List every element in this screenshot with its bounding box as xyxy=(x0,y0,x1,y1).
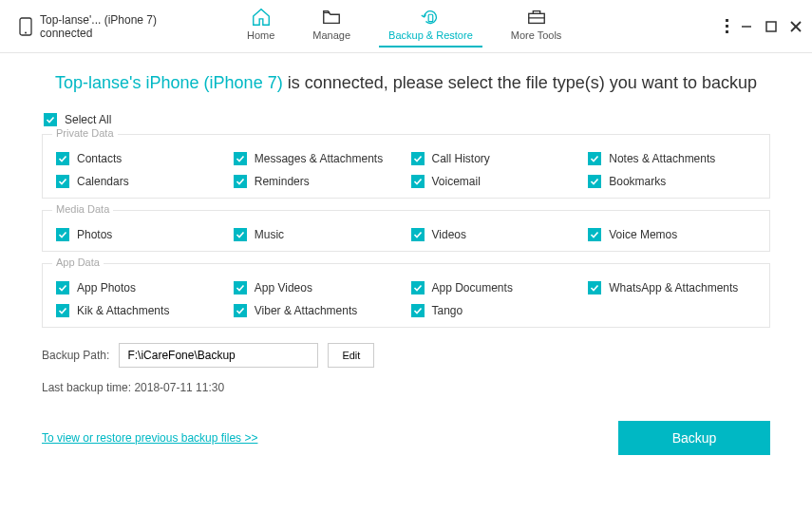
group-title: Media Data xyxy=(52,203,113,215)
tab-home[interactable]: Home xyxy=(247,7,274,47)
footer: To view or restore previous backup files… xyxy=(42,421,770,455)
item-label: Kik & Attachments xyxy=(77,304,169,317)
svg-rect-5 xyxy=(766,22,776,31)
file-type-item[interactable]: Music xyxy=(234,228,402,241)
item-label: Calendars xyxy=(77,175,129,188)
file-type-item[interactable]: Notes & Attachments xyxy=(588,152,756,165)
file-type-item[interactable]: Contacts xyxy=(56,152,224,165)
svg-point-1 xyxy=(25,31,27,33)
file-type-item[interactable]: Bookmarks xyxy=(588,175,756,188)
group-app-data: App Data App PhotosApp VideosApp Documen… xyxy=(42,263,770,328)
item-label: Bookmarks xyxy=(609,175,666,188)
file-type-item[interactable]: App Videos xyxy=(234,281,402,294)
home-icon xyxy=(250,7,273,28)
group-grid: PhotosMusicVideosVoice Memos xyxy=(56,228,756,241)
headline-text: is connected, please select the file typ… xyxy=(283,73,757,92)
select-all-label: Select All xyxy=(65,113,111,126)
tab-backup-restore[interactable]: Backup & Restore xyxy=(388,7,473,47)
checkbox-icon xyxy=(56,152,69,165)
checkbox-icon xyxy=(56,304,69,317)
nav-tabs: Home Manage Backup & Restore More Tools xyxy=(247,7,726,47)
tab-label: More Tools xyxy=(511,29,562,41)
backup-button[interactable]: Backup xyxy=(618,421,770,455)
minimize-icon[interactable] xyxy=(740,20,753,33)
file-type-item[interactable]: Call History xyxy=(411,152,579,165)
checkbox-icon xyxy=(234,304,247,317)
last-backup-time: Last backup time: 2018-07-11 11:30 xyxy=(42,381,770,394)
checkbox-icon xyxy=(234,228,247,241)
tab-manage[interactable]: Manage xyxy=(312,7,350,47)
item-label: Videos xyxy=(432,228,466,241)
headline-device: Top-lanse's iPhone (iPhone 7) xyxy=(55,73,283,92)
checkbox-icon xyxy=(411,152,425,165)
checkbox-icon xyxy=(588,281,601,294)
checkbox-icon xyxy=(411,175,425,188)
file-type-item[interactable]: WhatsApp & Attachments xyxy=(588,281,756,294)
file-type-item[interactable]: Kik & Attachments xyxy=(56,304,224,317)
file-type-item[interactable]: Photos xyxy=(56,228,224,241)
folder-icon xyxy=(320,7,343,28)
checkbox-icon xyxy=(56,228,69,241)
item-label: Voicemail xyxy=(432,175,481,188)
item-label: Contacts xyxy=(77,152,122,165)
svg-rect-2 xyxy=(429,14,434,21)
window-controls xyxy=(726,19,803,33)
tab-label: Backup & Restore xyxy=(388,29,473,41)
backup-path-label: Backup Path: xyxy=(42,349,109,362)
group-title: App Data xyxy=(52,256,104,268)
checkbox-icon xyxy=(588,152,601,165)
checkbox-icon xyxy=(411,228,425,241)
item-label: Notes & Attachments xyxy=(609,152,715,165)
edit-button[interactable]: Edit xyxy=(328,343,374,368)
checkbox-icon xyxy=(234,152,247,165)
close-icon[interactable] xyxy=(789,20,803,33)
file-type-item[interactable]: Messages & Attachments xyxy=(234,152,402,165)
titlebar: Top-lanse'... (iPhone 7) connected Home … xyxy=(0,0,812,53)
checkbox-icon xyxy=(44,113,57,126)
file-type-item[interactable]: Viber & Attachments xyxy=(234,304,402,317)
item-label: Music xyxy=(255,228,284,241)
item-label: Photos xyxy=(77,228,112,241)
item-label: App Videos xyxy=(255,281,312,294)
tab-label: Manage xyxy=(312,29,350,41)
checkbox-icon xyxy=(588,228,601,241)
file-type-item[interactable]: Voicemail xyxy=(411,175,579,188)
checkbox-icon xyxy=(411,304,425,317)
group-title: Private Data xyxy=(52,127,118,139)
file-type-item[interactable]: App Photos xyxy=(56,281,224,294)
file-type-item[interactable]: Videos xyxy=(411,228,579,241)
item-label: App Photos xyxy=(77,281,136,294)
phone-icon xyxy=(19,17,32,36)
group-grid: App PhotosApp VideosApp DocumentsWhatsAp… xyxy=(56,281,756,317)
item-label: Viber & Attachments xyxy=(255,304,358,317)
tab-more-tools[interactable]: More Tools xyxy=(511,7,562,47)
restore-link[interactable]: To view or restore previous backup files… xyxy=(42,431,257,445)
checkbox-icon xyxy=(56,175,69,188)
file-type-item[interactable]: App Documents xyxy=(411,281,579,294)
menu-icon[interactable] xyxy=(726,19,728,33)
group-private-data: Private Data ContactsMessages & Attachme… xyxy=(42,134,770,199)
checkbox-icon xyxy=(234,281,247,294)
item-label: WhatsApp & Attachments xyxy=(609,281,738,294)
checkbox-icon xyxy=(588,175,601,188)
device-info: Top-lanse'... (iPhone 7) connected xyxy=(19,13,209,40)
backup-path-input[interactable] xyxy=(119,343,318,368)
file-type-item[interactable]: Voice Memos xyxy=(588,228,756,241)
maximize-icon[interactable] xyxy=(765,20,778,33)
toolbox-icon xyxy=(525,7,548,28)
checkbox-icon xyxy=(411,281,425,294)
app-window: Top-lanse'... (iPhone 7) connected Home … xyxy=(0,0,812,532)
device-name: Top-lanse'... (iPhone 7) xyxy=(40,13,157,27)
group-media-data: Media Data PhotosMusicVideosVoice Memos xyxy=(42,210,770,252)
file-type-item[interactable]: Reminders xyxy=(234,175,402,188)
item-label: App Documents xyxy=(432,281,513,294)
headline: Top-lanse's iPhone (iPhone 7) is connect… xyxy=(42,70,770,96)
group-grid: ContactsMessages & AttachmentsCall Histo… xyxy=(56,152,756,188)
checkbox-icon xyxy=(56,281,69,294)
item-label: Reminders xyxy=(255,175,310,188)
file-type-item[interactable]: Calendars xyxy=(56,175,224,188)
item-label: Voice Memos xyxy=(609,228,677,241)
file-type-item[interactable]: Tango xyxy=(411,304,579,317)
select-all[interactable]: Select All xyxy=(44,113,770,126)
checkbox-icon xyxy=(234,175,247,188)
